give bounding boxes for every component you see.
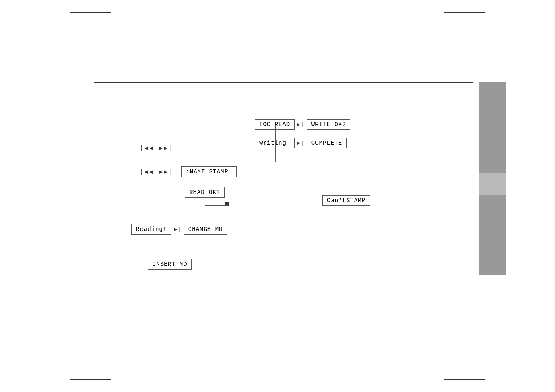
toc-read-box: TOC READ bbox=[255, 119, 295, 130]
read-ok-box: READ OK? bbox=[185, 187, 225, 198]
vline-6 bbox=[181, 230, 181, 265]
change-md-box: CHANGE MD bbox=[184, 224, 228, 235]
vline-1 bbox=[275, 125, 276, 144]
hline-3 bbox=[181, 265, 210, 265]
hline-1 bbox=[275, 144, 339, 144]
tick-br bbox=[452, 320, 485, 320]
readok-row: READ OK? bbox=[185, 187, 225, 198]
cantstamp-row: Can'tSTAMP bbox=[322, 195, 370, 206]
corner-tl bbox=[70, 12, 111, 53]
tick-bl bbox=[70, 320, 103, 320]
corner-tr bbox=[444, 12, 485, 53]
transport2-symbol: |◀◀ ▶▶| bbox=[140, 168, 173, 176]
insert-md-box: INSERT MD bbox=[148, 259, 192, 270]
diagram-area: TOC READ ▶| WRITE OK? |◀◀ ▶▶| Writing! ▶… bbox=[94, 95, 473, 310]
corner-br bbox=[444, 339, 485, 380]
tick-tr bbox=[452, 72, 485, 72]
reading-to-change-arrow: ▶| bbox=[174, 226, 181, 233]
tick-tl bbox=[70, 72, 103, 72]
reading-row: Reading! ▶| CHANGE MD bbox=[131, 224, 227, 235]
vline-5 bbox=[226, 205, 226, 228]
toc-row: TOC READ ▶| WRITE OK? bbox=[255, 119, 350, 130]
vline-3 bbox=[275, 144, 276, 162]
writing-box: Writing! bbox=[255, 138, 295, 148]
insertmd-row: INSERT MD bbox=[148, 259, 192, 270]
vline-4 bbox=[226, 193, 226, 205]
name-stamp-box: :NAME STAMP: bbox=[181, 166, 237, 177]
transport2-row: |◀◀ ▶▶| :NAME STAMP: bbox=[140, 166, 237, 177]
writing-row: Writing! ▶| COMPLETE bbox=[255, 138, 347, 148]
transport1-row: |◀◀ ▶▶| bbox=[140, 144, 173, 152]
sidebar-inner bbox=[479, 173, 506, 195]
write-ok-box: WRITE OK? bbox=[307, 119, 351, 130]
hline-2 bbox=[205, 205, 228, 206]
vline-2 bbox=[337, 125, 337, 144]
cant-stamp-box: Can'tSTAMP bbox=[322, 195, 370, 206]
top-rule bbox=[94, 82, 473, 83]
writing-to-complete-arrow: ▶| bbox=[297, 140, 304, 146]
main-area: TOC READ ▶| WRITE OK? |◀◀ ▶▶| Writing! ▶… bbox=[94, 82, 506, 310]
complete-box: COMPLETE bbox=[307, 138, 347, 148]
toc-to-write-arrow: ▶| bbox=[297, 121, 304, 128]
reading-box: Reading! bbox=[131, 224, 171, 235]
corner-bl bbox=[70, 339, 111, 380]
transport1-symbol: |◀◀ ▶▶| bbox=[140, 144, 173, 152]
